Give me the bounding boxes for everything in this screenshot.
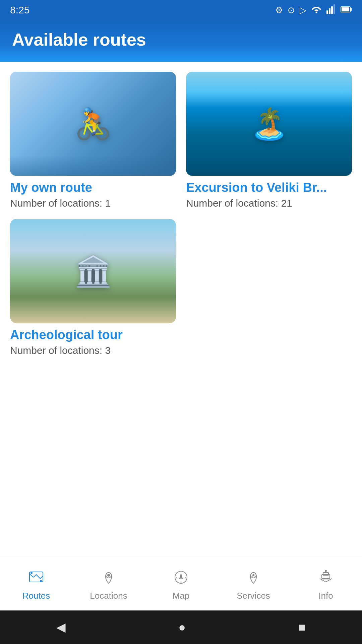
svg-rect-1 (326, 10, 328, 14)
map-routes-icon (25, 567, 47, 588)
svg-marker-18 (180, 574, 182, 579)
status-icons: ⚙ ⊙ ▷ (275, 4, 352, 16)
settings-icon: ⚙ (275, 5, 283, 15)
svg-point-10 (40, 580, 42, 582)
wifi-icon (311, 5, 322, 16)
svg-point-0 (316, 11, 317, 13)
route-title-excursion: Excursion to Veliki Br... (186, 180, 352, 195)
nav-item-map[interactable]: Map (145, 567, 217, 601)
nav-label-routes: Routes (22, 591, 50, 601)
home-button[interactable]: ● (178, 620, 186, 634)
svg-rect-3 (331, 6, 333, 14)
status-time: 8:25 (10, 4, 29, 16)
svg-point-12 (108, 574, 110, 576)
compass-icon (170, 567, 192, 588)
svg-rect-7 (342, 7, 349, 11)
system-nav-bar: ◀ ● ■ (0, 610, 362, 644)
nav-item-locations[interactable]: Locations (72, 567, 145, 601)
routes-content: My own route Number of locations: 1 Excu… (0, 62, 362, 356)
routes-grid: My own route Number of locations: 1 Excu… (10, 72, 352, 356)
star-pin-icon (243, 567, 264, 588)
svg-marker-20 (252, 574, 255, 577)
status-bar: 8:25 ⚙ ⊙ ▷ (0, 0, 362, 20)
route-subtitle-excursion: Number of locations: 21 (186, 198, 352, 209)
nav-label-info: Info (318, 591, 333, 601)
nav-label-map: Map (173, 591, 190, 601)
page-title: Available routes (12, 30, 350, 50)
route-card-my-own[interactable]: My own route Number of locations: 1 (10, 72, 176, 209)
recent-button[interactable]: ■ (298, 620, 306, 634)
nav-label-locations: Locations (90, 591, 127, 601)
signal-icon (326, 4, 336, 16)
nav-item-routes[interactable]: Routes (0, 567, 72, 601)
route-title-my-own: My own route (10, 180, 176, 195)
route-card-excursion[interactable]: Excursion to Veliki Br... Number of loca… (186, 72, 352, 209)
nav-item-info[interactable]: Info (290, 567, 362, 601)
route-subtitle-my-own: Number of locations: 1 (10, 198, 176, 209)
svg-point-24 (325, 570, 326, 572)
bottom-navigation: Routes Locations Map (0, 557, 362, 610)
route-subtitle-archeological: Number of locations: 3 (10, 345, 176, 356)
ferry-icon (315, 567, 337, 588)
battery-icon (341, 5, 352, 15)
at-sign-icon: ⊙ (288, 5, 295, 15)
nav-label-services: Services (237, 591, 270, 601)
svg-rect-4 (334, 4, 335, 14)
svg-rect-6 (350, 8, 352, 11)
location-pin-icon (98, 567, 119, 588)
nav-item-services[interactable]: Services (217, 567, 290, 601)
route-image-archaeology (10, 219, 176, 323)
route-image-cycling (10, 72, 176, 176)
route-card-archeological[interactable]: Archeological tour Number of locations: … (10, 219, 176, 356)
page-header: Available routes (0, 20, 362, 62)
svg-point-9 (31, 572, 32, 574)
back-button[interactable]: ◀ (56, 620, 66, 634)
svg-rect-2 (329, 8, 330, 14)
play-icon: ▷ (300, 5, 306, 15)
route-image-islands (186, 72, 352, 176)
route-title-archeological: Archeological tour (10, 328, 176, 342)
